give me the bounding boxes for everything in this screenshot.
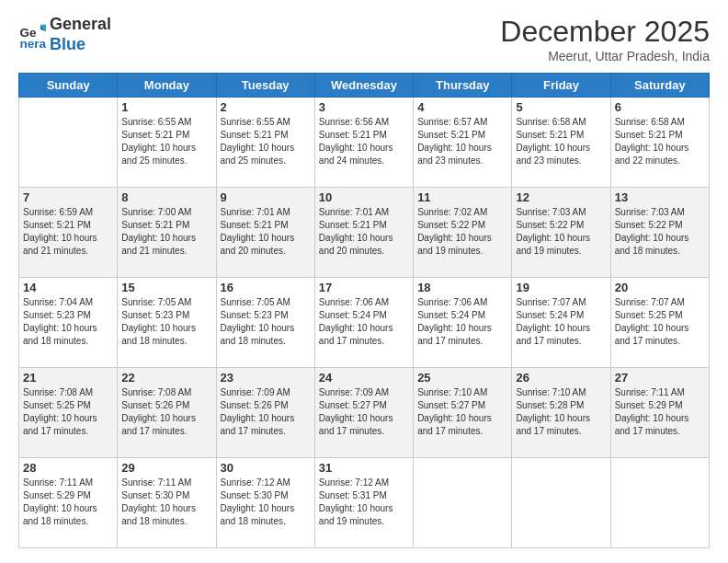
day-info: Sunrise: 6:55 AM Sunset: 5:21 PM Dayligh… [221,116,311,167]
header: Ge neral General Blue December 2025 Meer… [18,15,710,63]
day-info: Sunrise: 7:03 AM Sunset: 5:22 PM Dayligh… [516,206,606,258]
day-cell: 6Sunrise: 6:58 AM Sunset: 5:21 PM Daylig… [610,98,709,188]
day-number: 10 [319,190,409,204]
day-info: Sunrise: 7:06 AM Sunset: 5:24 PM Dayligh… [319,296,409,348]
day-number: 29 [121,461,211,475]
day-number: 30 [221,461,311,475]
day-cell: 21Sunrise: 7:08 AM Sunset: 5:25 PM Dayli… [19,368,118,458]
day-info: Sunrise: 7:11 AM Sunset: 5:30 PM Dayligh… [121,477,211,528]
week-row-5: 28Sunrise: 7:11 AM Sunset: 5:29 PM Dayli… [19,458,710,548]
day-cell: 20Sunrise: 7:07 AM Sunset: 5:25 PM Dayli… [610,278,709,368]
day-header-sunday: Sunday [19,74,118,98]
day-cell: 9Sunrise: 7:01 AM Sunset: 5:21 PM Daylig… [216,188,314,278]
day-header-thursday: Thursday [414,74,512,98]
header-row: SundayMondayTuesdayWednesdayThursdayFrid… [19,74,710,98]
logo: Ge neral General Blue [18,15,111,54]
day-cell: 2Sunrise: 6:55 AM Sunset: 5:21 PM Daylig… [216,98,314,188]
day-number: 24 [319,371,409,385]
day-number: 5 [516,100,606,114]
day-info: Sunrise: 7:03 AM Sunset: 5:22 PM Dayligh… [615,206,705,258]
day-info: Sunrise: 7:04 AM Sunset: 5:23 PM Dayligh… [23,296,113,348]
day-info: Sunrise: 7:01 AM Sunset: 5:21 PM Dayligh… [221,206,311,258]
week-row-1: 1Sunrise: 6:55 AM Sunset: 5:21 PM Daylig… [19,98,710,188]
day-number: 17 [319,281,409,294]
day-info: Sunrise: 7:12 AM Sunset: 5:31 PM Dayligh… [319,477,409,528]
day-number: 22 [121,371,211,385]
day-cell: 13Sunrise: 7:03 AM Sunset: 5:22 PM Dayli… [610,188,709,278]
day-cell: 12Sunrise: 7:03 AM Sunset: 5:22 PM Dayli… [512,188,610,278]
day-cell: 18Sunrise: 7:06 AM Sunset: 5:24 PM Dayli… [414,278,512,368]
day-info: Sunrise: 7:10 AM Sunset: 5:27 PM Dayligh… [417,386,507,438]
day-cell [610,458,709,548]
day-info: Sunrise: 7:01 AM Sunset: 5:21 PM Dayligh… [319,206,409,258]
day-number: 27 [615,371,705,385]
day-cell: 4Sunrise: 6:57 AM Sunset: 5:21 PM Daylig… [414,98,512,188]
day-cell: 3Sunrise: 6:56 AM Sunset: 5:21 PM Daylig… [314,98,413,188]
day-cell: 24Sunrise: 7:09 AM Sunset: 5:27 PM Dayli… [314,368,413,458]
day-cell: 27Sunrise: 7:11 AM Sunset: 5:29 PM Dayli… [610,368,709,458]
page: Ge neral General Blue December 2025 Meer… [0,0,728,563]
day-cell: 26Sunrise: 7:10 AM Sunset: 5:28 PM Dayli… [512,368,610,458]
day-cell: 8Sunrise: 7:00 AM Sunset: 5:21 PM Daylig… [118,188,216,278]
day-number: 31 [319,461,409,475]
title-section: December 2025 Meerut, Uttar Pradesh, Ind… [500,15,710,63]
svg-text:neral: neral [20,36,47,49]
day-info: Sunrise: 7:11 AM Sunset: 5:29 PM Dayligh… [23,477,113,528]
day-number: 25 [417,371,507,385]
calendar-table: SundayMondayTuesdayWednesdayThursdayFrid… [18,73,710,548]
day-cell: 7Sunrise: 6:59 AM Sunset: 5:21 PM Daylig… [19,188,118,278]
day-number: 12 [516,190,606,204]
day-info: Sunrise: 6:58 AM Sunset: 5:21 PM Dayligh… [516,116,606,167]
day-cell [414,458,512,548]
day-info: Sunrise: 6:56 AM Sunset: 5:21 PM Dayligh… [319,116,409,167]
day-number: 8 [121,190,211,204]
day-number: 4 [417,100,507,114]
day-cell: 10Sunrise: 7:01 AM Sunset: 5:21 PM Dayli… [314,188,413,278]
day-info: Sunrise: 7:02 AM Sunset: 5:22 PM Dayligh… [417,206,507,258]
day-number: 16 [221,281,311,294]
day-number: 18 [417,281,507,294]
day-info: Sunrise: 7:06 AM Sunset: 5:24 PM Dayligh… [417,296,507,348]
day-info: Sunrise: 7:08 AM Sunset: 5:26 PM Dayligh… [121,386,211,438]
day-number: 28 [23,461,113,475]
week-row-2: 7Sunrise: 6:59 AM Sunset: 5:21 PM Daylig… [19,188,710,278]
day-cell: 29Sunrise: 7:11 AM Sunset: 5:30 PM Dayli… [118,458,216,548]
day-cell: 5Sunrise: 6:58 AM Sunset: 5:21 PM Daylig… [512,98,610,188]
day-number: 9 [221,190,311,204]
day-header-friday: Friday [512,74,610,98]
day-info: Sunrise: 7:09 AM Sunset: 5:26 PM Dayligh… [221,386,311,438]
day-info: Sunrise: 7:05 AM Sunset: 5:23 PM Dayligh… [221,296,311,348]
day-number: 1 [121,100,211,114]
day-info: Sunrise: 7:08 AM Sunset: 5:25 PM Dayligh… [23,386,113,438]
day-number: 6 [615,100,705,114]
day-cell: 15Sunrise: 7:05 AM Sunset: 5:23 PM Dayli… [118,278,216,368]
day-info: Sunrise: 7:09 AM Sunset: 5:27 PM Dayligh… [319,386,409,438]
day-number: 26 [516,371,606,385]
location: Meerut, Uttar Pradesh, India [500,49,710,63]
day-cell [512,458,610,548]
day-info: Sunrise: 6:59 AM Sunset: 5:21 PM Dayligh… [23,206,113,258]
week-row-3: 14Sunrise: 7:04 AM Sunset: 5:23 PM Dayli… [19,278,710,368]
day-cell: 23Sunrise: 7:09 AM Sunset: 5:26 PM Dayli… [216,368,314,458]
day-number: 7 [23,190,113,204]
month-title: December 2025 [500,15,710,49]
day-cell: 30Sunrise: 7:12 AM Sunset: 5:30 PM Dayli… [216,458,314,548]
day-info: Sunrise: 6:55 AM Sunset: 5:21 PM Dayligh… [121,116,211,167]
day-cell: 17Sunrise: 7:06 AM Sunset: 5:24 PM Dayli… [314,278,413,368]
day-number: 11 [417,190,507,204]
day-number: 13 [615,190,705,204]
day-cell: 25Sunrise: 7:10 AM Sunset: 5:27 PM Dayli… [414,368,512,458]
day-number: 3 [319,100,409,114]
logo-icon: Ge neral [18,21,46,49]
day-info: Sunrise: 7:11 AM Sunset: 5:29 PM Dayligh… [615,386,705,438]
day-info: Sunrise: 7:05 AM Sunset: 5:23 PM Dayligh… [121,296,211,348]
day-cell: 16Sunrise: 7:05 AM Sunset: 5:23 PM Dayli… [216,278,314,368]
day-info: Sunrise: 7:12 AM Sunset: 5:30 PM Dayligh… [221,477,311,528]
day-number: 23 [221,371,311,385]
day-cell: 31Sunrise: 7:12 AM Sunset: 5:31 PM Dayli… [314,458,413,548]
day-number: 15 [121,281,211,294]
day-header-tuesday: Tuesday [216,74,314,98]
day-info: Sunrise: 7:07 AM Sunset: 5:25 PM Dayligh… [615,296,705,348]
day-header-saturday: Saturday [610,74,709,98]
day-info: Sunrise: 6:57 AM Sunset: 5:21 PM Dayligh… [417,116,507,167]
